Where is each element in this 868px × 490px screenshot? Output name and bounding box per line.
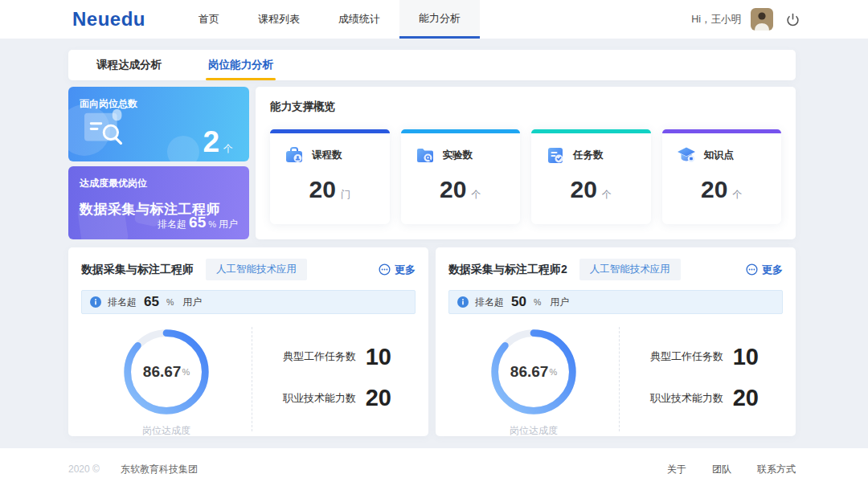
analysis-tabbar: 课程达成分析 岗位能力分析 [68,50,796,80]
user-avatar[interactable] [751,8,773,31]
pstat-value: 20 [733,385,759,411]
pstat-label: 典型工作任务数 [650,349,723,364]
stat-value: 20 [701,176,727,202]
graduation-cap-icon [676,145,697,165]
nav-item-label: 能力分析 [419,11,461,26]
pstat-value: 10 [733,344,759,370]
achievement-unit: % [182,367,190,377]
company-name: 东软教育科技集团 [121,463,198,476]
rank-banner: 排名超50%用户 [448,290,783,314]
more-button[interactable]: 更多 [379,263,416,277]
pstat-value: 20 [366,385,391,411]
achievement-value: 86.67 [510,363,549,381]
stat-label: 实验数 [443,149,473,162]
decor-bubble [77,202,129,239]
rank-value: 50 [511,294,526,310]
experiment-folder-icon [415,145,436,165]
capability-card-tasks: 任务数 20个 [531,129,651,224]
page-footer: 2020 © 东软教育科技集团 关于 团队 联系方式 [0,448,868,490]
more-ellipsis-icon [746,263,758,276]
rank-value: 65 [189,214,206,231]
rank-percent: % [534,297,541,307]
more-ellipsis-icon [379,263,391,276]
rank-suffix: 用户 [219,218,238,231]
position-tag: 人工智能技术应用 [206,259,307,280]
more-label: 更多 [762,263,783,277]
footer-link-team[interactable]: 团队 [712,463,731,476]
more-button[interactable]: 更多 [746,263,783,277]
active-tab-underline [206,78,276,80]
capability-overview-title: 能力支撑概览 [270,100,781,114]
accent-bar [662,129,782,133]
footer-link-about[interactable]: 关于 [667,463,686,476]
position-title: 数据采集与标注工程师2 [448,263,567,277]
nav-item-label: 首页 [199,12,219,27]
tab-label: 课程达成分析 [96,58,162,72]
rank-value: 65 [144,294,159,310]
rank-suffix: 用户 [550,296,569,309]
position-title: 数据采集与标注工程师 [81,263,194,277]
stat-unit: 个 [602,189,612,200]
stat-value: 20 [440,176,466,202]
stat-row-tasks: 典型工作任务数 10 [650,344,759,370]
pstat-label: 典型工作任务数 [283,349,356,364]
footer-link-contact[interactable]: 联系方式 [757,463,796,476]
stat-unit: 门 [341,189,350,200]
capability-card-courses: 课程数 20门 [270,129,390,224]
position-tag: 人工智能技术应用 [579,259,681,280]
logout-button[interactable] [786,13,800,27]
nav-item-label: 课程列表 [258,12,300,27]
stat-value: 20 [309,176,336,202]
nav-item-label: 成绩统计 [338,12,380,27]
tab-position-ability[interactable]: 岗位能力分析 [196,50,285,80]
main-content: 课程达成分析 岗位能力分析 面向岗位总数 [0,39,868,448]
top-navbar: Neuedu 首页 课程列表 成绩统计 能力分析 Hi，王小明 [0,0,868,39]
nav-item-grades[interactable]: 成绩统计 [319,0,399,39]
nav-item-courses[interactable]: 课程列表 [239,0,319,39]
capability-card-knowledge: 知识点 20个 [662,129,782,224]
rank-prefix: 排名超 [108,296,137,309]
main-nav: 首页 课程列表 成绩统计 能力分析 [179,0,480,39]
rank-suffix: 用户 [182,296,202,309]
accent-bar [401,129,521,133]
achievement-value: 86.67 [143,363,182,381]
achievement-donut-chart: 86.67% [487,325,580,419]
task-clipboard-icon [545,145,566,165]
pstat-label: 职业技术能力数 [650,391,723,406]
info-icon [457,296,469,308]
stat-row-skills: 职业技术能力数 20 [650,385,759,411]
pstat-value: 10 [366,344,391,370]
capability-overview-panel: 能力支撑概览 课程数 [256,87,796,239]
capability-card-experiments: 实验数 20个 [401,129,521,224]
best-position-card: 达成度最优岗位 数据采集与标注工程师 排名超 65 % 用户 [68,166,249,239]
power-icon [786,13,800,27]
stat-row-tasks: 典型工作任务数 10 [283,344,391,370]
rank-banner: 排名超65%用户 [81,290,416,314]
stat-unit: 个 [471,189,481,200]
nav-item-ability-analysis[interactable]: 能力分析 [399,0,480,39]
user-greeting: Hi，王小明 [691,13,741,27]
tab-label: 岗位能力分析 [208,58,273,72]
avatar-image [751,8,773,31]
accent-bar [531,129,651,133]
rank-prefix: 排名超 [158,218,186,231]
tab-course-achievement[interactable]: 课程达成分析 [84,50,174,80]
pstat-label: 职业技术能力数 [283,391,356,406]
stat-label: 知识点 [704,149,735,162]
card-title: 达成度最优岗位 [80,177,238,190]
positions-count: 2 [203,125,219,159]
achievement-unit: % [549,367,557,377]
rank-percent: % [208,219,216,229]
decor-circle [167,136,199,161]
nav-item-home[interactable]: 首页 [179,0,239,39]
stat-row-skills: 职业技术能力数 20 [283,385,391,411]
stat-label: 课程数 [312,149,342,162]
stat-value: 20 [571,176,597,202]
achievement-label: 岗位达成度 [510,424,558,438]
document-search-icon [80,105,136,155]
achievement-label: 岗位达成度 [142,424,190,438]
position-card-1: 数据采集与标注工程师 人工智能技术应用 更多 排名超65%用户 [68,247,428,436]
copyright: 2020 © [68,463,100,475]
positions-unit: 个 [223,142,233,156]
rank-prefix: 排名超 [475,296,504,309]
